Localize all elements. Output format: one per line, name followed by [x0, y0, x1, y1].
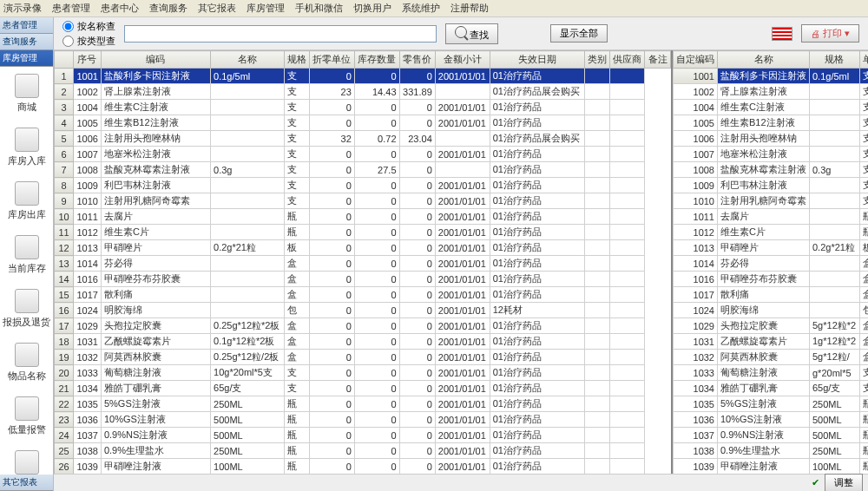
table-row[interactable]: 1012维生素C片瓶 [674, 225, 869, 240]
col-header[interactable]: 备注 [645, 51, 671, 69]
table-row[interactable]: 31004维生素C注射液支0002001/01/0101治疗药品 [55, 100, 671, 115]
table-row[interactable]: 1032阿莫西林胶囊5g*12粒/盒 [674, 350, 869, 365]
table-row[interactable]: 101011去腐片瓶0002001/01/0101治疗药品 [55, 209, 671, 225]
search-button[interactable]: 查找 [445, 23, 498, 44]
table-row[interactable]: 71008盐酸克林霉素注射液0.3g支027.5001治疗药品 [55, 162, 671, 178]
table-row[interactable]: 2510380.9%生理盐水250ML瓶0002001/01/0101治疗药品 [55, 443, 671, 459]
table-row[interactable]: 81009利巴韦林注射液支0002001/01/0101治疗药品 [55, 178, 671, 193]
adjust-button[interactable]: 调整 [825, 474, 863, 491]
sidebar-item[interactable]: 进货申请表 [0, 443, 53, 475]
table-row[interactable]: 1004维生素C注射液支 [674, 100, 869, 115]
radio-by-type[interactable]: 按类型查 [62, 35, 115, 48]
col-header[interactable]: 规格 [284, 51, 309, 69]
sidebar-item[interactable]: 低量报警 [0, 390, 53, 443]
table-row[interactable]: 21002肾上腺素注射液支2314.43331.8901治疗药品展会购买 [55, 84, 671, 100]
left-bottom-header[interactable]: 其它报表 [0, 475, 53, 491]
search-input[interactable] [124, 25, 437, 43]
table-row[interactable]: 2210355%GS注射液250ML瓶0002001/01/0101治疗药品 [55, 396, 671, 412]
col-header[interactable]: 名称 [211, 51, 285, 69]
col-header[interactable]: 零售价 [399, 51, 435, 69]
menu-item[interactable]: 患者中心 [101, 2, 139, 15]
radio-by-name[interactable]: 按名称查 [62, 20, 115, 33]
menu-item[interactable]: 库房管理 [247, 2, 285, 15]
show-all-button[interactable]: 显示全部 [550, 24, 608, 43]
menu-item[interactable]: 注册帮助 [450, 2, 489, 15]
left-header[interactable]: 查询服务 [0, 34, 53, 50]
table-row[interactable]: 211034雅皓丁硼乳膏65g/支支0002001/01/0101治疗药品 [55, 381, 671, 396]
grid-left[interactable]: 序号编码名称规格折零单位库存数量零售价金额小计失效日期类别供应商备注11001盐… [54, 50, 673, 474]
table-row[interactable]: 261039甲硝唑注射液100ML瓶0002001/01/0101治疗药品 [55, 459, 671, 475]
table-row[interactable]: 1017散利痛盒 [674, 287, 869, 303]
table-row[interactable]: 61007地塞米松注射液支0002001/01/0101治疗药品 [55, 147, 671, 162]
sidebar-item[interactable]: 物品名称 [0, 336, 53, 390]
table-row[interactable]: 1010注射用乳糖阿奇霉素支 [674, 193, 869, 209]
table-row[interactable]: 1009利巴韦林注射液支 [674, 178, 869, 193]
col-header[interactable]: 库存数量 [354, 51, 399, 69]
sidebar-item[interactable]: 库房入库 [0, 121, 53, 174]
menubar[interactable]: 演示录像患者管理患者中心查询服务其它报表库房管理手机和微信切换用户系统维护注册帮… [0, 0, 868, 17]
table-row[interactable]: 51006注射用头孢唑林钠支320.7223.0401治疗药品展会购买 [55, 131, 671, 147]
table-row[interactable]: 1039甲硝唑注射液100ML瓶 [674, 459, 869, 475]
table-row[interactable]: 201033葡萄糖注射液10g*20ml*5支支0002001/01/0101治… [55, 365, 671, 381]
col-header[interactable]: 规格 [810, 51, 860, 69]
table-row[interactable]: 1011去腐片瓶 [674, 209, 869, 225]
table-row[interactable]: 10355%GS注射液250ML瓶 [674, 396, 869, 412]
table-row[interactable]: 1034雅皓丁硼乳膏65g/支支 [674, 381, 869, 396]
table-row[interactable]: 11001盐酸利多卡因注射液0.1g/5ml支0002001/01/0101治疗… [55, 69, 671, 84]
table-row[interactable]: 1014芬必得盒 [674, 256, 869, 272]
table-row[interactable]: 1002肾上腺素注射液支 [674, 84, 869, 100]
sidebar-item[interactable]: 库房出库 [0, 174, 53, 228]
table-row[interactable]: 1031乙酰螺旋霉素片1g*12粒*2盒 [674, 334, 869, 350]
grid-right[interactable]: 自定编码名称规格单位1001盐酸利多卡因注射液0.1g/5ml支1002肾上腺素… [673, 50, 868, 474]
menu-item[interactable]: 切换用户 [353, 2, 391, 15]
col-header[interactable]: 供应商 [609, 51, 645, 69]
col-header[interactable]: 类别 [584, 51, 609, 69]
table-row[interactable]: 191032阿莫西林胶囊0.25g*12粒/2板盒0002001/01/0101… [55, 350, 671, 365]
table-row[interactable]: 151017散利痛盒0002001/01/0101治疗药品 [55, 287, 671, 303]
right-table[interactable]: 自定编码名称规格单位1001盐酸利多卡因注射液0.1g/5ml支1002肾上腺素… [673, 50, 868, 474]
left-header[interactable]: 库房管理 [0, 50, 53, 67]
col-header[interactable]: 名称 [718, 51, 810, 69]
sidebar-item[interactable]: 商城 [0, 67, 53, 121]
left-header[interactable]: 患者管理 [0, 17, 53, 34]
table-row[interactable]: 111012维生素C片瓶0002001/01/0101治疗药品 [55, 225, 671, 240]
table-row[interactable]: 1029头孢拉定胶囊5g*12粒*2盒 [674, 318, 869, 334]
table-row[interactable]: 1033葡萄糖注射液g*20ml*5支 [674, 365, 869, 381]
menu-item[interactable]: 手机和微信 [295, 2, 343, 15]
table-row[interactable]: 10370.9%NS注射液500ML瓶 [674, 428, 869, 443]
table-row[interactable]: 103610%GS注射液500ML瓶 [674, 412, 869, 428]
table-row[interactable]: 181031乙酰螺旋霉素片0.1g*12粒*2板盒0002001/01/0101… [55, 334, 671, 350]
print-button[interactable]: 🖨 打印 ▾ [801, 24, 859, 43]
table-row[interactable]: 23103610%GS注射液500ML瓶0002001/01/0101治疗药品 [55, 412, 671, 428]
table-row[interactable]: 121013甲硝唑片0.2g*21粒板0002001/01/0101治疗药品 [55, 240, 671, 256]
table-row[interactable]: 10380.9%生理盐水250ML瓶 [674, 443, 869, 459]
col-header[interactable]: 失效日期 [490, 51, 584, 69]
col-header[interactable]: 序号 [74, 51, 102, 69]
table-row[interactable]: 41005维生素B12注射液支0002001/01/0101治疗药品 [55, 115, 671, 131]
col-header[interactable]: 单位 [859, 51, 868, 69]
table-row[interactable]: 161024明胶海绵包0002001/01/0112耗材 [55, 303, 671, 318]
table-row[interactable]: 1013甲硝唑片0.2g*21粒板 [674, 240, 869, 256]
table-row[interactable]: 131014芬必得盒0002001/01/0101治疗药品 [55, 256, 671, 272]
col-header[interactable]: 折零单位 [310, 51, 355, 69]
col-header[interactable]: 自定编码 [674, 51, 718, 69]
table-row[interactable]: 2410370.9%NS注射液500ML瓶0002001/01/0101治疗药品 [55, 428, 671, 443]
left-table[interactable]: 序号编码名称规格折零单位库存数量零售价金额小计失效日期类别供应商备注11001盐… [54, 50, 671, 474]
table-row[interactable]: 1001盐酸利多卡因注射液0.1g/5ml支 [674, 69, 869, 84]
table-row[interactable]: 1005维生素B12注射液支 [674, 115, 869, 131]
col-header[interactable]: 金额小计 [435, 51, 490, 69]
menu-item[interactable]: 系统维护 [402, 2, 440, 15]
table-row[interactable]: 1016甲硝唑芬布芬胶囊盒 [674, 272, 869, 287]
table-row[interactable]: 1006注射用头孢唑林钠支 [674, 131, 869, 147]
table-row[interactable]: 141016甲硝唑芬布芬胶囊盒0002001/01/0101治疗药品 [55, 272, 671, 287]
table-row[interactable]: 1007地塞米松注射液支 [674, 147, 869, 162]
menu-item[interactable]: 其它报表 [198, 2, 236, 15]
table-row[interactable]: 1008盐酸克林霉素注射液0.3g支 [674, 162, 869, 178]
table-row[interactable]: 171029头孢拉定胶囊0.25g*12粒*2板盒0002001/01/0101… [55, 318, 671, 334]
menu-item[interactable]: 查询服务 [149, 2, 187, 15]
sidebar-item[interactable]: 报损及退货 [0, 282, 53, 336]
table-row[interactable]: 91010注射用乳糖阿奇霉素支0002001/01/0101治疗药品 [55, 193, 671, 209]
menu-item[interactable]: 患者管理 [52, 2, 90, 15]
menu-item[interactable]: 演示录像 [3, 2, 42, 15]
sidebar-item[interactable]: 当前库存 [0, 228, 53, 282]
